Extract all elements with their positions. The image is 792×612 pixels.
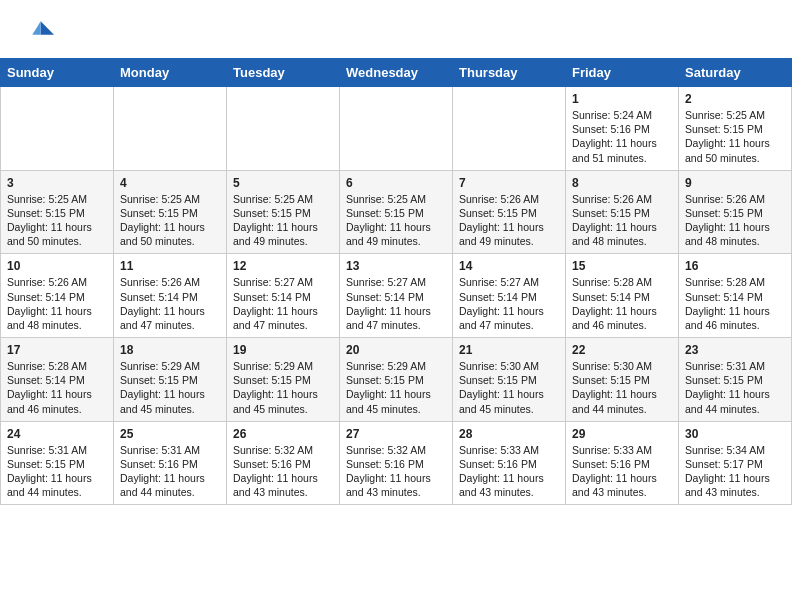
- calendar-cell: 7Sunrise: 5:26 AM Sunset: 5:15 PM Daylig…: [453, 170, 566, 254]
- calendar-header-sunday: Sunday: [1, 59, 114, 87]
- calendar-cell: 25Sunrise: 5:31 AM Sunset: 5:16 PM Dayli…: [114, 421, 227, 505]
- calendar-cell: 8Sunrise: 5:26 AM Sunset: 5:15 PM Daylig…: [566, 170, 679, 254]
- calendar-cell: [453, 87, 566, 171]
- calendar-cell: 11Sunrise: 5:26 AM Sunset: 5:14 PM Dayli…: [114, 254, 227, 338]
- calendar-cell: [1, 87, 114, 171]
- day-number: 2: [685, 92, 785, 106]
- day-info: Sunrise: 5:32 AM Sunset: 5:16 PM Dayligh…: [346, 443, 446, 500]
- calendar-cell: [114, 87, 227, 171]
- day-number: 8: [572, 176, 672, 190]
- day-info: Sunrise: 5:26 AM Sunset: 5:15 PM Dayligh…: [572, 192, 672, 249]
- day-number: 21: [459, 343, 559, 357]
- calendar-cell: 29Sunrise: 5:33 AM Sunset: 5:16 PM Dayli…: [566, 421, 679, 505]
- calendar-cell: 13Sunrise: 5:27 AM Sunset: 5:14 PM Dayli…: [340, 254, 453, 338]
- day-number: 10: [7, 259, 107, 273]
- day-info: Sunrise: 5:30 AM Sunset: 5:15 PM Dayligh…: [459, 359, 559, 416]
- day-number: 30: [685, 427, 785, 441]
- day-info: Sunrise: 5:32 AM Sunset: 5:16 PM Dayligh…: [233, 443, 333, 500]
- day-info: Sunrise: 5:34 AM Sunset: 5:17 PM Dayligh…: [685, 443, 785, 500]
- calendar-cell: [227, 87, 340, 171]
- day-number: 1: [572, 92, 672, 106]
- calendar-cell: 16Sunrise: 5:28 AM Sunset: 5:14 PM Dayli…: [679, 254, 792, 338]
- calendar-header-row: SundayMondayTuesdayWednesdayThursdayFrid…: [1, 59, 792, 87]
- svg-marker-0: [41, 21, 54, 34]
- day-info: Sunrise: 5:31 AM Sunset: 5:16 PM Dayligh…: [120, 443, 220, 500]
- logo: [24, 18, 58, 48]
- day-info: Sunrise: 5:30 AM Sunset: 5:15 PM Dayligh…: [572, 359, 672, 416]
- day-number: 7: [459, 176, 559, 190]
- calendar-week-3: 17Sunrise: 5:28 AM Sunset: 5:14 PM Dayli…: [1, 338, 792, 422]
- day-info: Sunrise: 5:33 AM Sunset: 5:16 PM Dayligh…: [459, 443, 559, 500]
- day-number: 26: [233, 427, 333, 441]
- calendar-cell: 21Sunrise: 5:30 AM Sunset: 5:15 PM Dayli…: [453, 338, 566, 422]
- calendar-cell: 22Sunrise: 5:30 AM Sunset: 5:15 PM Dayli…: [566, 338, 679, 422]
- day-number: 11: [120, 259, 220, 273]
- day-number: 20: [346, 343, 446, 357]
- calendar-header-wednesday: Wednesday: [340, 59, 453, 87]
- day-number: 6: [346, 176, 446, 190]
- svg-marker-1: [32, 21, 40, 34]
- calendar-cell: 10Sunrise: 5:26 AM Sunset: 5:14 PM Dayli…: [1, 254, 114, 338]
- day-number: 9: [685, 176, 785, 190]
- day-info: Sunrise: 5:25 AM Sunset: 5:15 PM Dayligh…: [7, 192, 107, 249]
- calendar-cell: 18Sunrise: 5:29 AM Sunset: 5:15 PM Dayli…: [114, 338, 227, 422]
- calendar-cell: 5Sunrise: 5:25 AM Sunset: 5:15 PM Daylig…: [227, 170, 340, 254]
- day-number: 12: [233, 259, 333, 273]
- calendar-cell: 23Sunrise: 5:31 AM Sunset: 5:15 PM Dayli…: [679, 338, 792, 422]
- calendar-header-saturday: Saturday: [679, 59, 792, 87]
- page-header: [0, 0, 792, 58]
- day-number: 24: [7, 427, 107, 441]
- calendar-week-0: 1Sunrise: 5:24 AM Sunset: 5:16 PM Daylig…: [1, 87, 792, 171]
- day-info: Sunrise: 5:28 AM Sunset: 5:14 PM Dayligh…: [572, 275, 672, 332]
- calendar-cell: 12Sunrise: 5:27 AM Sunset: 5:14 PM Dayli…: [227, 254, 340, 338]
- calendar-week-1: 3Sunrise: 5:25 AM Sunset: 5:15 PM Daylig…: [1, 170, 792, 254]
- day-info: Sunrise: 5:26 AM Sunset: 5:14 PM Dayligh…: [7, 275, 107, 332]
- day-number: 5: [233, 176, 333, 190]
- day-number: 22: [572, 343, 672, 357]
- day-info: Sunrise: 5:27 AM Sunset: 5:14 PM Dayligh…: [459, 275, 559, 332]
- day-number: 23: [685, 343, 785, 357]
- day-number: 25: [120, 427, 220, 441]
- day-info: Sunrise: 5:29 AM Sunset: 5:15 PM Dayligh…: [346, 359, 446, 416]
- calendar-cell: [340, 87, 453, 171]
- calendar-cell: 3Sunrise: 5:25 AM Sunset: 5:15 PM Daylig…: [1, 170, 114, 254]
- calendar-week-4: 24Sunrise: 5:31 AM Sunset: 5:15 PM Dayli…: [1, 421, 792, 505]
- calendar-cell: 27Sunrise: 5:32 AM Sunset: 5:16 PM Dayli…: [340, 421, 453, 505]
- day-number: 3: [7, 176, 107, 190]
- calendar-cell: 20Sunrise: 5:29 AM Sunset: 5:15 PM Dayli…: [340, 338, 453, 422]
- day-number: 17: [7, 343, 107, 357]
- calendar-cell: 15Sunrise: 5:28 AM Sunset: 5:14 PM Dayli…: [566, 254, 679, 338]
- calendar-cell: 1Sunrise: 5:24 AM Sunset: 5:16 PM Daylig…: [566, 87, 679, 171]
- day-number: 16: [685, 259, 785, 273]
- day-info: Sunrise: 5:26 AM Sunset: 5:14 PM Dayligh…: [120, 275, 220, 332]
- day-info: Sunrise: 5:27 AM Sunset: 5:14 PM Dayligh…: [346, 275, 446, 332]
- day-info: Sunrise: 5:25 AM Sunset: 5:15 PM Dayligh…: [233, 192, 333, 249]
- calendar-cell: 19Sunrise: 5:29 AM Sunset: 5:15 PM Dayli…: [227, 338, 340, 422]
- calendar-header-friday: Friday: [566, 59, 679, 87]
- calendar-header-monday: Monday: [114, 59, 227, 87]
- day-info: Sunrise: 5:33 AM Sunset: 5:16 PM Dayligh…: [572, 443, 672, 500]
- day-info: Sunrise: 5:25 AM Sunset: 5:15 PM Dayligh…: [346, 192, 446, 249]
- day-info: Sunrise: 5:29 AM Sunset: 5:15 PM Dayligh…: [233, 359, 333, 416]
- calendar-cell: 26Sunrise: 5:32 AM Sunset: 5:16 PM Dayli…: [227, 421, 340, 505]
- calendar-cell: 9Sunrise: 5:26 AM Sunset: 5:15 PM Daylig…: [679, 170, 792, 254]
- day-info: Sunrise: 5:28 AM Sunset: 5:14 PM Dayligh…: [7, 359, 107, 416]
- calendar-header-thursday: Thursday: [453, 59, 566, 87]
- day-info: Sunrise: 5:31 AM Sunset: 5:15 PM Dayligh…: [685, 359, 785, 416]
- day-number: 18: [120, 343, 220, 357]
- calendar-cell: 14Sunrise: 5:27 AM Sunset: 5:14 PM Dayli…: [453, 254, 566, 338]
- day-info: Sunrise: 5:27 AM Sunset: 5:14 PM Dayligh…: [233, 275, 333, 332]
- day-info: Sunrise: 5:31 AM Sunset: 5:15 PM Dayligh…: [7, 443, 107, 500]
- calendar-cell: 6Sunrise: 5:25 AM Sunset: 5:15 PM Daylig…: [340, 170, 453, 254]
- day-info: Sunrise: 5:26 AM Sunset: 5:15 PM Dayligh…: [685, 192, 785, 249]
- calendar-week-2: 10Sunrise: 5:26 AM Sunset: 5:14 PM Dayli…: [1, 254, 792, 338]
- day-number: 29: [572, 427, 672, 441]
- logo-icon: [24, 18, 54, 48]
- day-number: 4: [120, 176, 220, 190]
- day-number: 27: [346, 427, 446, 441]
- day-number: 15: [572, 259, 672, 273]
- day-info: Sunrise: 5:25 AM Sunset: 5:15 PM Dayligh…: [685, 108, 785, 165]
- day-number: 13: [346, 259, 446, 273]
- day-info: Sunrise: 5:25 AM Sunset: 5:15 PM Dayligh…: [120, 192, 220, 249]
- calendar-cell: 28Sunrise: 5:33 AM Sunset: 5:16 PM Dayli…: [453, 421, 566, 505]
